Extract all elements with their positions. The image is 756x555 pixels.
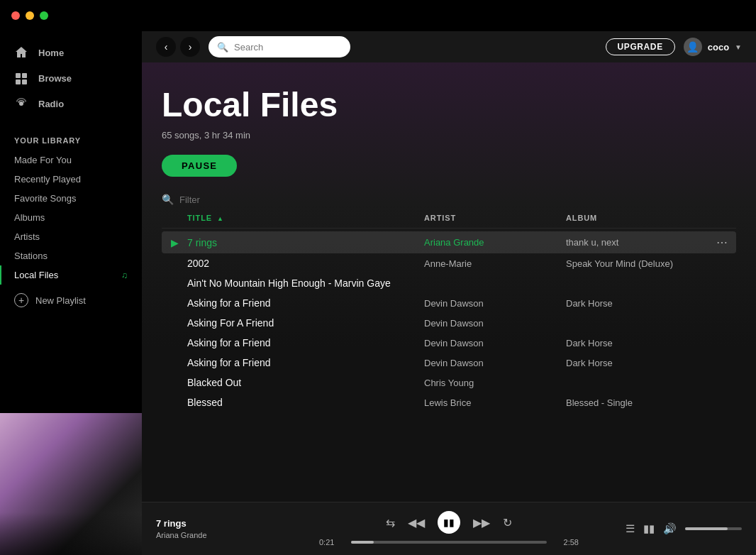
sidebar-item-made-for-you[interactable]: Made For You bbox=[0, 150, 142, 170]
table-row[interactable]: Blessed Lewis Brice Blessed - Single bbox=[162, 392, 736, 412]
track-title: Asking for a Friend bbox=[187, 357, 424, 368]
new-playlist-item[interactable]: + New Playlist bbox=[0, 285, 142, 316]
table-row[interactable]: Ain't No Mountain High Enough - Marvin G… bbox=[162, 273, 736, 293]
volume-fill bbox=[685, 527, 728, 530]
track-title: 7 rings bbox=[187, 237, 424, 248]
svg-rect-1 bbox=[22, 73, 27, 78]
table-row[interactable]: Asking for a Friend Devin Dawson Dark Ho… bbox=[162, 333, 736, 353]
track-title: Ain't No Mountain High Enough - Marvin G… bbox=[187, 278, 424, 289]
user-badge[interactable]: 👤 coco ▼ bbox=[684, 38, 742, 56]
close-button[interactable] bbox=[11, 11, 20, 20]
table-row[interactable]: ▶ 7 rings Ariana Grande thank u, next ⋯ bbox=[162, 231, 736, 253]
np-controls: ⇆ ◀◀ ▮▮ ▶▶ ↻ bbox=[386, 511, 512, 534]
sidebar-item-recently-played[interactable]: Recently Played bbox=[0, 170, 142, 189]
forward-button[interactable]: › bbox=[180, 37, 200, 57]
sidebar: Home Browse bbox=[0, 31, 142, 555]
svg-rect-2 bbox=[16, 79, 21, 84]
home-icon bbox=[14, 45, 28, 60]
track-title: Blacked Out bbox=[187, 377, 424, 388]
volume-slider[interactable] bbox=[685, 527, 742, 530]
table-header: TITLE ▲ ARTIST ALBUM bbox=[162, 208, 736, 229]
recently-played-label: Recently Played bbox=[14, 174, 81, 185]
track-artist: Devin Dawson bbox=[424, 338, 566, 348]
topbar-right: UPGRADE 👤 coco ▼ bbox=[606, 38, 742, 56]
sidebar-item-radio[interactable]: Radio bbox=[0, 91, 142, 116]
np-artist: Ariana Grande bbox=[156, 531, 319, 539]
albums-label: Albums bbox=[14, 212, 45, 223]
queue-icon[interactable]: ☰ bbox=[626, 522, 635, 535]
now-playing-bar: 7 rings Ariana Grande ⇆ ◀◀ ▮▮ ▶▶ ↻ 0:21 bbox=[142, 502, 756, 555]
table-row[interactable]: Blacked Out Chris Young bbox=[162, 373, 736, 392]
search-icon: 🔍 bbox=[217, 42, 228, 53]
mini-album-art bbox=[0, 413, 142, 555]
title-column-header[interactable]: TITLE ▲ bbox=[187, 214, 424, 222]
sidebar-item-stations[interactable]: Stations bbox=[0, 246, 142, 265]
sidebar-item-browse[interactable]: Browse bbox=[0, 65, 142, 91]
track-album: Dark Horse bbox=[566, 338, 708, 348]
new-playlist-label: New Playlist bbox=[35, 295, 86, 306]
progress-bar-fill bbox=[351, 541, 374, 544]
track-artist: Chris Young bbox=[424, 378, 566, 388]
play-pause-button[interactable]: ▮▮ bbox=[438, 511, 460, 534]
sidebar-item-albums[interactable]: Albums bbox=[0, 208, 142, 227]
track-artist: Devin Dawson bbox=[424, 358, 566, 368]
user-avatar: 👤 bbox=[684, 38, 702, 56]
minimize-button[interactable] bbox=[26, 11, 34, 20]
user-name: coco bbox=[708, 42, 729, 53]
topbar: ‹ › 🔍 UPGRADE 👤 coco ▼ bbox=[142, 31, 756, 62]
sidebar-item-home[interactable]: Home bbox=[0, 40, 142, 65]
upgrade-button[interactable]: UPGRADE bbox=[606, 38, 675, 55]
search-input[interactable] bbox=[234, 42, 333, 53]
now-playing-icon: ♫ bbox=[121, 270, 128, 280]
track-album: Dark Horse bbox=[566, 298, 708, 309]
volume-icon[interactable]: 🔊 bbox=[663, 522, 677, 535]
track-filter: 🔍 bbox=[142, 188, 756, 208]
maximize-button[interactable] bbox=[40, 11, 48, 20]
artist-column-header[interactable]: ARTIST bbox=[424, 214, 566, 222]
filter-input[interactable] bbox=[179, 194, 299, 205]
track-table: TITLE ▲ ARTIST ALBUM ▶ 7 rings Ariana Gr… bbox=[142, 208, 756, 502]
table-row[interactable]: Asking for a Friend Devin Dawson Dark Ho… bbox=[162, 353, 736, 373]
local-files-label: Local Files bbox=[14, 270, 58, 280]
sidebar-item-local-files[interactable]: Local Files ♫ bbox=[0, 265, 142, 285]
content-area: Local Files 65 songs, 3 hr 34 min PAUSE … bbox=[142, 62, 756, 502]
sidebar-browse-label: Browse bbox=[38, 73, 72, 84]
track-album: Blessed - Single bbox=[566, 397, 708, 408]
track-title: Asking for a Friend bbox=[187, 337, 424, 348]
device-icon[interactable]: ▮▮ bbox=[643, 522, 655, 535]
previous-button[interactable]: ◀◀ bbox=[408, 516, 425, 529]
pause-icon: ▮▮ bbox=[443, 517, 455, 528]
track-album: Dark Horse bbox=[566, 358, 708, 368]
sidebar-home-label: Home bbox=[38, 48, 64, 58]
np-song-info: 7 rings Ariana Grande bbox=[156, 518, 319, 539]
sidebar-item-artists[interactable]: Artists bbox=[0, 227, 142, 246]
page-meta: 65 songs, 3 hr 34 min bbox=[162, 130, 736, 141]
track-artist: Ariana Grande bbox=[424, 237, 566, 248]
track-title: Blessed bbox=[187, 397, 424, 408]
titlebar bbox=[0, 0, 756, 31]
track-album: Speak Your Mind (Deluxe) bbox=[566, 258, 708, 269]
search-bar[interactable]: 🔍 bbox=[209, 36, 350, 57]
track-title: Asking For A Friend bbox=[187, 317, 424, 329]
radio-icon bbox=[14, 97, 28, 111]
sidebar-item-favorite-songs[interactable]: Favorite Songs bbox=[0, 189, 142, 208]
track-artist: Devin Dawson bbox=[424, 298, 566, 309]
progress-bar[interactable] bbox=[351, 541, 547, 544]
shuffle-button[interactable]: ⇆ bbox=[386, 516, 395, 529]
table-row[interactable]: Asking for a Friend Devin Dawson Dark Ho… bbox=[162, 293, 736, 313]
np-song-title: 7 rings bbox=[156, 518, 319, 529]
back-button[interactable]: ‹ bbox=[156, 37, 176, 57]
favorite-songs-label: Favorite Songs bbox=[14, 193, 76, 204]
track-more-button[interactable]: ⋯ bbox=[708, 236, 736, 249]
table-row[interactable]: Asking For A Friend Devin Dawson bbox=[162, 313, 736, 333]
next-button[interactable]: ▶▶ bbox=[473, 516, 490, 529]
repeat-button[interactable]: ↻ bbox=[503, 516, 512, 529]
track-artist: Anne-Marie bbox=[424, 258, 566, 269]
album-column-header[interactable]: ALBUM bbox=[566, 214, 708, 222]
chevron-down-icon: ▼ bbox=[735, 43, 742, 51]
pause-button[interactable]: PAUSE bbox=[162, 155, 237, 177]
table-row[interactable]: 2002 Anne-Marie Speak Your Mind (Deluxe) bbox=[162, 253, 736, 273]
sidebar-radio-label: Radio bbox=[38, 99, 64, 109]
svg-point-4 bbox=[19, 101, 23, 106]
svg-rect-0 bbox=[16, 73, 21, 78]
